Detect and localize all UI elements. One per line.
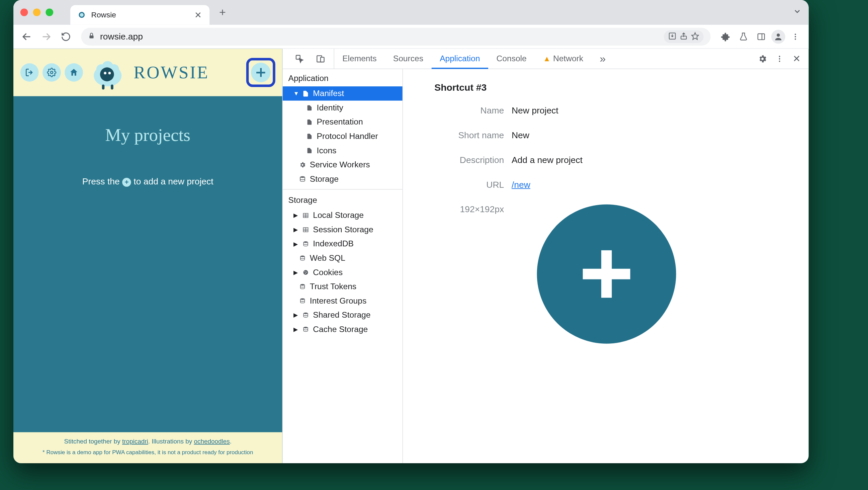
icon-dimensions: 192×192px [422, 205, 504, 344]
svg-point-47 [301, 284, 305, 285]
settings-icon[interactable] [42, 63, 61, 82]
caret-right-icon: ▶ [293, 269, 299, 276]
footer-text: Stitched together by [64, 438, 122, 445]
address-bar[interactable]: rowsie.app [81, 28, 710, 45]
sidebar-item-trust-tokens[interactable]: Trust Tokens [282, 279, 402, 294]
svg-point-16 [51, 71, 53, 73]
tabs-dropdown-icon[interactable] [793, 6, 801, 18]
sidebar-item-storage[interactable]: Storage [282, 172, 402, 186]
sidebar-item-protocol-handler[interactable]: Protocol Handler [282, 129, 402, 144]
sidebar-item-web-sql[interactable]: Web SQL [282, 251, 402, 266]
sidebar-item-icons[interactable]: Icons [282, 143, 402, 158]
svg-point-45 [306, 272, 307, 272]
tab-close-icon[interactable]: ✕ [194, 10, 203, 19]
device-toggle-icon[interactable] [313, 51, 328, 66]
svg-rect-52 [583, 269, 630, 279]
app-header: ROWSIE [13, 49, 282, 96]
shortcut-url-link[interactable]: /new [512, 180, 530, 189]
svg-point-46 [305, 273, 306, 273]
kv-key-name: Name [422, 106, 504, 116]
svg-point-15 [795, 38, 796, 39]
svg-point-21 [100, 67, 114, 81]
caret-right-icon: ▶ [293, 240, 299, 247]
svg-point-1 [80, 13, 84, 17]
devtools-close-icon[interactable]: ✕ [789, 51, 804, 66]
sidebar-item-shared-storage[interactable]: ▶ Shared Storage [282, 308, 402, 322]
devtools-panel: Elements Sources Application Console ▲ N… [282, 49, 809, 463]
sidebar-item-cache-storage[interactable]: ▶ Cache Storage [282, 322, 402, 336]
tab-overflow-icon[interactable]: » [592, 49, 614, 69]
share-icon[interactable] [680, 32, 688, 41]
chrome-menu-icon[interactable] [788, 29, 803, 44]
sidebar-item-cookies[interactable]: ▶ Cookies [282, 265, 402, 279]
svg-point-12 [777, 33, 780, 36]
tab-network[interactable]: ▲ Network [535, 49, 591, 69]
projects-heading: My projects [105, 124, 190, 145]
svg-point-41 [304, 241, 308, 243]
svg-rect-24 [102, 84, 105, 89]
document-icon [302, 90, 310, 97]
new-tab-button[interactable]: + [215, 4, 230, 20]
tab-sources[interactable]: Sources [385, 49, 431, 69]
svg-rect-10 [758, 33, 765, 39]
devtools-menu-icon[interactable] [772, 51, 787, 66]
sidebar-item-indexeddb[interactable]: ▶ IndexedDB [282, 237, 402, 251]
caret-right-icon: ▶ [293, 326, 299, 333]
inspect-element-icon[interactable] [292, 51, 307, 66]
url-text: rowsie.app [100, 31, 143, 41]
add-project-button[interactable] [251, 63, 271, 82]
sidebar-item-local-storage[interactable]: ▶ Local Storage [282, 208, 402, 222]
footer-text-3: . [230, 438, 231, 445]
extensions-icon[interactable] [718, 29, 733, 44]
footer-disclaimer: * Rowsie is a demo app for PWA capabilit… [20, 449, 276, 456]
login-icon[interactable] [21, 63, 39, 82]
install-app-icon[interactable] [668, 32, 677, 41]
kv-key-shortname: Short name [422, 130, 504, 140]
plus-icon: + [122, 178, 131, 186]
profile-avatar-icon[interactable] [771, 29, 785, 43]
tab-application[interactable]: Application [432, 49, 488, 69]
browser-tab-strip: Rowsie ✕ + [13, 0, 809, 25]
window-close-button[interactable] [21, 9, 28, 17]
tab-title: Rowsie [91, 10, 189, 19]
kv-val-shortname: New [512, 130, 529, 140]
window-zoom-button[interactable] [45, 9, 53, 17]
bookmark-star-icon[interactable] [691, 32, 699, 41]
svg-marker-8 [692, 32, 699, 39]
database-icon [302, 312, 310, 318]
tab-console[interactable]: Console [488, 49, 535, 69]
sidebar-item-identity[interactable]: Identity [282, 101, 402, 115]
footer-link-ochedoodles[interactable]: ochedoodles [194, 438, 229, 445]
browser-tab[interactable]: Rowsie ✕ [70, 5, 210, 25]
svg-point-22 [104, 72, 106, 74]
sidebar-item-interest-groups[interactable]: Interest Groups [282, 294, 402, 308]
table-icon [302, 212, 310, 219]
sidebar-item-manifest[interactable]: ▼ Manifest [282, 86, 402, 101]
devtools-settings-icon[interactable] [755, 51, 770, 66]
side-panel-icon[interactable] [753, 29, 769, 44]
sidebar-item-presentation[interactable]: Presentation [282, 115, 402, 129]
detail-heading: Shortcut #3 [422, 82, 789, 93]
svg-rect-4 [89, 35, 93, 38]
svg-point-32 [300, 176, 305, 178]
shortcut-icon-preview [537, 205, 676, 344]
footer-link-tropicadri[interactable]: tropicadri [122, 438, 148, 445]
home-icon[interactable] [65, 63, 83, 82]
svg-point-14 [795, 36, 796, 37]
window-minimize-button[interactable] [33, 9, 41, 17]
svg-point-23 [108, 72, 111, 74]
sidebar-item-service-workers[interactable]: Service Workers [282, 158, 402, 172]
labs-icon[interactable] [736, 29, 751, 44]
database-icon [299, 298, 307, 304]
back-button[interactable] [19, 29, 34, 44]
footer-text-2: . Illustrations by [148, 438, 194, 445]
svg-point-13 [795, 33, 796, 35]
reload-button[interactable] [58, 29, 73, 44]
tab-elements[interactable]: Elements [334, 49, 385, 69]
caret-down-icon: ▼ [293, 90, 299, 97]
forward-button[interactable] [39, 29, 54, 44]
kv-val-name: New project [512, 106, 558, 116]
svg-point-50 [304, 327, 308, 328]
sidebar-item-session-storage[interactable]: ▶ Session Storage [282, 222, 402, 237]
svg-point-43 [303, 270, 308, 274]
